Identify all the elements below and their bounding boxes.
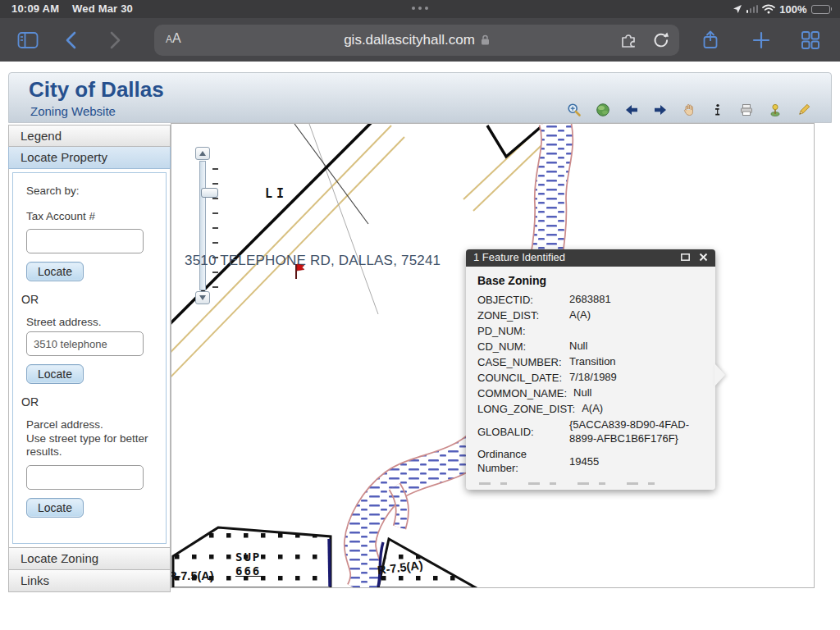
or-separator-2: OR	[21, 395, 158, 409]
browser-toolbar: AA gis.dallascityhall.com	[0, 18, 840, 62]
zoom-slider-track[interactable]	[199, 161, 206, 290]
location-arrow-icon	[733, 4, 742, 14]
tab-overview-icon[interactable]	[799, 29, 822, 52]
popup-title: 1 Feature Identified	[473, 251, 565, 263]
popup-field-zone-dist: ZONE_DIST:A(A)	[477, 308, 705, 323]
sidebar-accordion: Legend Locate Property Search by: Tax Ac…	[8, 125, 171, 592]
popup-field-long-zone-dist: LONG_ZONE_DIST:A(A)	[477, 401, 705, 417]
map-zoom-slider	[193, 147, 221, 304]
popup-maximize-icon[interactable]	[680, 252, 691, 262]
new-tab-plus-icon[interactable]	[750, 29, 773, 52]
zoom-slider-thumb[interactable]	[201, 188, 218, 198]
zoom-in-icon[interactable]	[567, 103, 582, 117]
zoom-slider-down-button[interactable]	[195, 291, 210, 304]
sidebar-item-locate-zoning[interactable]: Locate Zoning	[8, 548, 171, 570]
forward-button[interactable]	[103, 29, 126, 52]
locate-by-tax-button[interactable]: Locate	[26, 262, 84, 281]
site-title: City of Dallas	[29, 77, 164, 103]
reload-icon[interactable]	[651, 30, 669, 53]
status-bar: 10:09 AM Wed Mar 30 100%	[0, 0, 840, 18]
popup-close-icon[interactable]	[698, 252, 709, 262]
draw-pencil-icon[interactable]	[797, 103, 811, 117]
locate-by-street-button[interactable]: Locate	[26, 364, 84, 384]
extensions-puzzle-icon[interactable]	[619, 31, 638, 52]
parcel-address-hint: Use street type for better results.	[26, 432, 158, 458]
print-icon[interactable]	[739, 103, 754, 117]
tax-account-input[interactable]	[26, 229, 144, 253]
battery-icon	[811, 5, 833, 14]
tax-account-label: Tax Account #	[26, 210, 158, 222]
popup-field-ordinance-number: Ordinance Number:19455	[477, 446, 705, 476]
popup-tail-pointer	[714, 363, 725, 386]
wifi-icon	[762, 4, 775, 14]
located-address-label: 3510 TELEPHONE RD, DALLAS, 75241	[185, 253, 441, 269]
forward-arrow-icon[interactable]	[653, 103, 668, 117]
multitasking-handle-icon[interactable]	[412, 7, 428, 10]
or-separator: OR	[21, 293, 158, 306]
status-date: Wed Mar 30	[72, 2, 133, 15]
status-indicators: 100%	[733, 2, 832, 16]
popup-field-cd-num: CD_NUM:Null	[477, 339, 705, 354]
battery-percent: 100%	[779, 3, 806, 16]
popup-field-common-name: COMMON_NAME:Null	[477, 386, 705, 401]
sidebar-toggle-icon[interactable]	[16, 29, 39, 52]
popup-clipped-row	[479, 479, 684, 486]
street-address-input[interactable]	[26, 331, 144, 356]
locate-property-panel: Search by: Tax Account # Locate OR Stree…	[8, 169, 171, 548]
site-subtitle: Zoning Website	[30, 104, 116, 118]
zone-label-li: LI	[265, 186, 288, 201]
pan-hand-icon[interactable]	[682, 103, 696, 117]
web-page: City of Dallas Zoning Website Legend Loc…	[0, 62, 840, 630]
popup-field-globalid: GLOBALID:{5ACCA839-8D90-4FAD-8899-AFBC1B…	[477, 417, 705, 446]
sidebar-item-legend[interactable]: Legend	[8, 125, 171, 147]
back-button[interactable]	[59, 29, 82, 52]
popup-titlebar[interactable]: 1 Feature Identified	[466, 249, 715, 267]
popup-field-objectid: OBJECTID:2683881	[477, 292, 705, 308]
cellular-signal-icon	[746, 5, 759, 13]
street-address-label: Street address.	[26, 316, 158, 328]
full-extent-globe-icon[interactable]	[596, 103, 610, 117]
popup-field-pd-num: PD_NUM:	[477, 323, 705, 339]
zone-label-sup: SUP 666	[235, 550, 261, 578]
identify-info-icon[interactable]	[710, 103, 725, 117]
url-text[interactable]: gis.dallascityhall.com	[154, 32, 679, 49]
parcel-address-input[interactable]	[26, 465, 144, 490]
locate-pin-icon[interactable]	[768, 103, 783, 117]
locate-by-parcel-button[interactable]: Locate	[26, 498, 84, 518]
popup-section-title: Base Zoning	[477, 274, 705, 287]
status-time: 10:09 AM	[11, 2, 59, 15]
back-arrow-icon[interactable]	[624, 103, 639, 117]
address-bar[interactable]: AA gis.dallascityhall.com	[154, 25, 679, 56]
zoom-slider-up-button[interactable]	[195, 147, 210, 160]
sidebar-item-locate-property[interactable]: Locate Property	[8, 147, 171, 169]
search-by-label: Search by:	[26, 185, 158, 197]
popup-field-case-number: CASE_NUMBER:Transition	[477, 354, 705, 370]
status-time-date: 10:09 AM Wed Mar 30	[11, 2, 133, 15]
zone-label-r75-left: R-7.5(A)	[171, 569, 214, 582]
feature-identified-popup: 1 Feature Identified Base Zoning OBJECTI…	[466, 249, 715, 490]
share-icon[interactable]	[699, 29, 722, 52]
lock-icon	[481, 33, 490, 49]
popup-field-council-date: COUNCIL_DATE:7/18/1989	[477, 370, 705, 386]
sidebar-item-links[interactable]: Links	[8, 570, 171, 592]
location-flag-icon	[293, 262, 306, 280]
site-header: City of Dallas Zoning Website	[8, 72, 832, 123]
parcel-address-label: Parcel address.	[26, 418, 158, 431]
map-toolbar	[567, 103, 811, 117]
